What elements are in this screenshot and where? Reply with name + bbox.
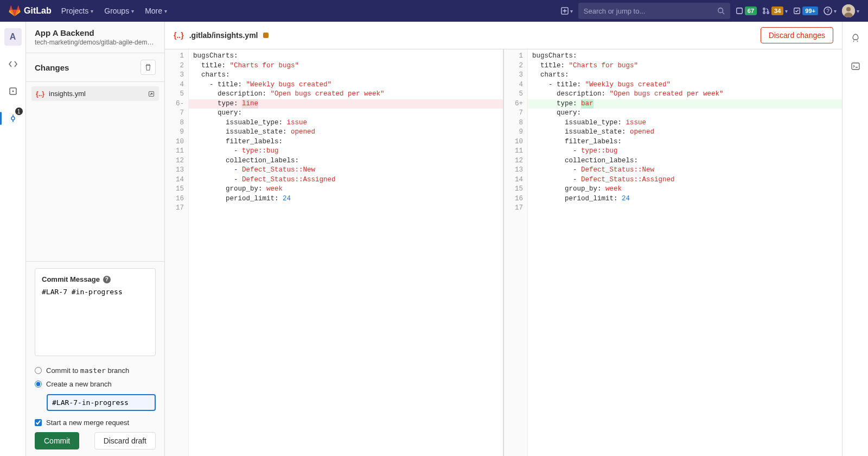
code-line [189, 204, 503, 213]
code-line: period_limit: 24 [189, 194, 503, 204]
project-avatar[interactable]: A [4, 28, 22, 46]
badge-count: 99+ [802, 7, 818, 15]
commit-button[interactable]: Commit [35, 432, 79, 449]
nav-item-projects[interactable]: Projects ▾ [56, 7, 99, 15]
line-number: 16 [510, 194, 523, 204]
code-line: group_by: week [528, 185, 842, 194]
svg-rect-16 [852, 63, 859, 69]
line-number: 13 [171, 166, 184, 175]
code-line: title: "Charts for bugs" [189, 61, 503, 71]
create-branch-option[interactable]: Create a new branch [35, 377, 156, 391]
rocket-icon [851, 34, 860, 42]
rail-edit[interactable] [4, 55, 22, 73]
todo-icon [793, 7, 801, 15]
diff-view[interactable]: 123456-7891011121314151617 bugsCharts: t… [165, 49, 842, 456]
merge-requests-badge[interactable]: 34 ▾ [762, 7, 788, 15]
code-line: collection_labels: [189, 156, 503, 166]
commit-to-master-option[interactable]: Commit to master branch [35, 364, 156, 377]
line-number: 13 [510, 166, 523, 175]
svg-point-3 [763, 8, 765, 10]
todos-badge[interactable]: 99+ [793, 7, 818, 15]
file-header: {..} .gitlab/insights.yml Discard change… [165, 22, 842, 49]
chevron-down-icon: ▾ [164, 8, 167, 14]
diff-pane-right: 123456+7891011121314151617 bugsCharts: t… [503, 49, 842, 456]
open-file-icon[interactable] [148, 91, 155, 97]
code-icon [9, 60, 17, 68]
line-number: 2 [171, 61, 184, 71]
code-line: - Defect_Status::Assigned [189, 175, 503, 185]
start-mr-option[interactable]: Start a new merge request [35, 416, 156, 432]
top-navbar: GitLab Projects ▾Groups ▾More ▾ ▾ 67 34 … [0, 0, 868, 22]
line-number: 15 [171, 185, 184, 194]
line-number: 5 [171, 90, 184, 99]
line-number: 15 [510, 185, 523, 194]
rail-review[interactable] [4, 83, 22, 100]
project-title: App A Backend [35, 28, 156, 37]
changed-file-item[interactable]: {..}insights.yml [31, 86, 159, 101]
code-line: query: [189, 109, 503, 118]
line-number: 10 [510, 137, 523, 147]
code-line: - type::bug [528, 147, 842, 156]
new-branch-input[interactable] [47, 394, 156, 411]
tanuki-icon [9, 5, 21, 17]
user-avatar [842, 4, 855, 17]
code-line: description: "Open bugs created per week… [189, 90, 503, 99]
nav-item-groups[interactable]: Groups ▾ [99, 7, 139, 15]
discard-changes-button[interactable]: Discard changes [761, 27, 833, 43]
file-path: .gitlab/insights.yml [189, 31, 258, 40]
pipeline-button[interactable] [847, 29, 864, 47]
line-number: 1 [510, 52, 523, 61]
code-line: - Defect_Status::New [528, 166, 842, 175]
radio-create-branch[interactable] [35, 381, 42, 388]
code-line: issuable_state: opened [189, 128, 503, 137]
line-number: 16 [171, 194, 184, 204]
radio-commit-existing[interactable] [35, 367, 42, 374]
line-number: 4 [171, 80, 184, 90]
discard-draft-button[interactable]: Discard draft [94, 432, 156, 449]
code-line: charts: [528, 71, 842, 80]
svg-point-14 [11, 117, 15, 120]
line-number: 5 [510, 90, 523, 99]
project-path: tech-marketing/demos/gitlab-agile-demo/l… [35, 39, 156, 46]
code-line: - type::bug [189, 147, 503, 156]
plus-menu[interactable]: ▾ [561, 7, 573, 15]
line-number: 11 [171, 147, 184, 156]
line-number: 3 [510, 71, 523, 80]
rail-commit[interactable]: 1 [4, 110, 22, 127]
merge-request-icon [762, 7, 770, 15]
gitlab-logo[interactable]: GitLab [9, 5, 52, 17]
trash-icon [144, 64, 152, 71]
code-line: - Defect_Status::New [189, 166, 503, 175]
search-box[interactable] [578, 3, 730, 19]
line-number: 14 [171, 175, 184, 185]
start-mr-checkbox[interactable] [35, 419, 42, 426]
code-line: bugsCharts: [528, 52, 842, 61]
commit-icon [9, 114, 17, 123]
editor-main: {..} .gitlab/insights.yml Discard change… [165, 22, 842, 456]
issues-badge[interactable]: 67 [736, 7, 757, 15]
code-line: charts: [189, 71, 503, 80]
user-menu[interactable]: ▾ [842, 4, 859, 17]
code-line [528, 204, 842, 213]
svg-point-5 [767, 12, 769, 14]
question-icon[interactable]: ? [103, 276, 111, 283]
chevron-down-icon: ▾ [570, 8, 573, 14]
svg-rect-2 [737, 8, 743, 14]
line-number: 2 [510, 61, 523, 71]
line-number: 12 [510, 156, 523, 166]
code-line: - title: "Weekly bugs created" [189, 80, 503, 90]
diff-pane-left: 123456-7891011121314151617 bugsCharts: t… [165, 49, 503, 456]
code-line: type: line [189, 99, 503, 109]
modified-indicator-icon [263, 33, 269, 38]
help-menu[interactable]: ? ▾ [824, 7, 837, 15]
changes-header: Changes [26, 53, 164, 82]
line-number: 4 [510, 80, 523, 90]
line-number: 10 [171, 137, 184, 147]
code-line: filter_labels: [528, 137, 842, 147]
search-input[interactable] [584, 7, 717, 15]
commit-message-input[interactable] [42, 288, 149, 347]
terminal-button[interactable] [847, 58, 864, 75]
discard-all-button[interactable] [141, 60, 156, 75]
yaml-file-icon: {..} [174, 31, 184, 40]
nav-item-more[interactable]: More ▾ [139, 7, 173, 15]
